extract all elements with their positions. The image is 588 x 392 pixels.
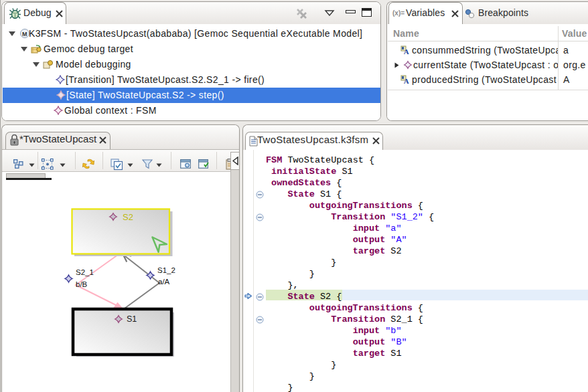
- svg-text:b/B: b/B: [76, 280, 88, 288]
- svg-text:A: A: [404, 47, 409, 56]
- svg-text:S2: S2: [123, 212, 133, 222]
- svg-text:S1: S1: [127, 314, 137, 324]
- svg-text:S2_1: S2_1: [76, 268, 94, 276]
- svg-text:M: M: [22, 31, 27, 37]
- svg-text:S1_2: S1_2: [157, 266, 175, 274]
- svg-text:a/A: a/A: [158, 278, 170, 286]
- svg-text:A: A: [404, 77, 409, 85]
